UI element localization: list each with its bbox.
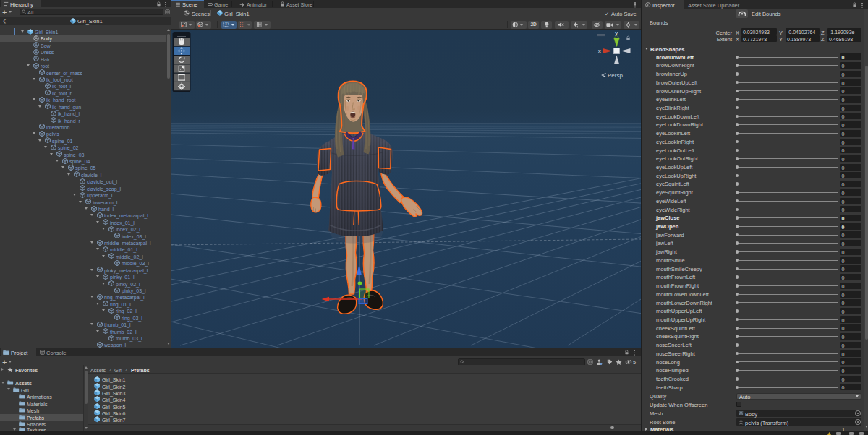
svg-text:x: x: [598, 48, 601, 54]
svg-text:y: y: [615, 30, 618, 36]
svg-text:Persp: Persp: [608, 72, 623, 79]
svg-text:XY: XY: [225, 22, 229, 26]
